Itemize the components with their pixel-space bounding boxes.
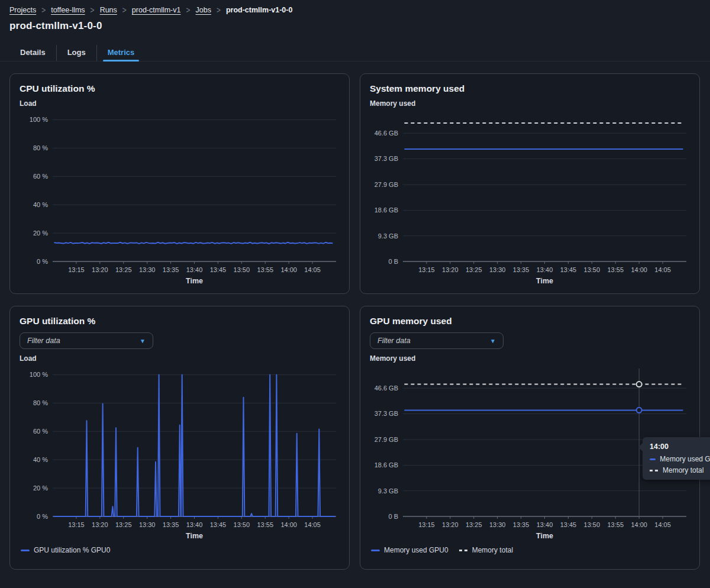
svg-text:0 B: 0 B: [388, 513, 398, 520]
svg-text:13:20: 13:20: [92, 521, 108, 528]
svg-text:13:20: 13:20: [442, 266, 459, 273]
cpu-utilization-card: CPU utilization % Load 100 %80 %60 %40 %…: [9, 73, 350, 294]
breadcrumb-link-project[interactable]: toffee-llms: [51, 6, 85, 14]
svg-text:13:30: 13:30: [489, 521, 506, 528]
svg-text:0 B: 0 B: [388, 258, 398, 265]
chart-legend: GPU utilization % GPU0: [20, 546, 340, 554]
svg-text:60 %: 60 %: [33, 173, 48, 180]
series-dashed-swatch-icon: [459, 550, 468, 551]
svg-text:13:50: 13:50: [234, 521, 250, 528]
svg-text:100 %: 100 %: [30, 116, 48, 123]
svg-text:60 %: 60 %: [33, 428, 48, 435]
breadcrumb-separator-icon: >: [186, 5, 190, 15]
breadcrumb-separator-icon: >: [41, 5, 46, 15]
breadcrumb-link-runs[interactable]: Runs: [100, 6, 117, 14]
svg-text:37.3 GB: 37.3 GB: [375, 155, 398, 162]
legend-item-gpu-utilization[interactable]: GPU utilization % GPU0: [21, 546, 110, 554]
gpu-memory-chart[interactable]: 46.6 GB37.3 GB27.9 GB18.6 GB9.3 GB0 B13:…: [370, 364, 690, 542]
svg-text:13:45: 13:45: [210, 266, 227, 273]
svg-text:20 %: 20 %: [33, 230, 48, 237]
breadcrumb-separator-icon: >: [122, 5, 127, 15]
svg-text:13:30: 13:30: [139, 521, 156, 528]
legend-label: Memory used GPU0: [384, 546, 448, 554]
breadcrumb-link-jobs[interactable]: Jobs: [196, 6, 211, 14]
svg-text:13:15: 13:15: [68, 266, 85, 273]
breadcrumb-link-projects[interactable]: Projects: [9, 6, 36, 14]
svg-text:9.3 GB: 9.3 GB: [378, 232, 398, 240]
svg-text:13:55: 13:55: [257, 521, 273, 528]
y-axis-title: Load: [20, 99, 340, 108]
series-solid-swatch-icon: [21, 550, 30, 551]
svg-text:0 %: 0 %: [37, 258, 48, 265]
breadcrumb-link-run[interactable]: prod-ctmllm-v1: [132, 6, 181, 14]
svg-text:13:30: 13:30: [139, 266, 156, 273]
filter-data-dropdown[interactable]: Filter data ▼: [20, 332, 153, 349]
gpu-utilization-chart[interactable]: 100 %80 %60 %40 %20 %0 %13:1513:2013:251…: [20, 364, 340, 542]
svg-text:13:30: 13:30: [489, 266, 506, 273]
svg-text:Time: Time: [186, 277, 203, 285]
tab-metrics[interactable]: Metrics: [96, 45, 146, 61]
svg-text:14:00: 14:00: [280, 266, 297, 273]
tab-details[interactable]: Details: [9, 45, 56, 61]
svg-text:13:40: 13:40: [186, 521, 203, 528]
chevron-down-icon: ▼: [140, 338, 146, 344]
chevron-down-icon: ▼: [490, 338, 496, 344]
svg-text:13:20: 13:20: [442, 521, 459, 528]
tooltip-time: 14:00: [650, 442, 710, 451]
svg-text:13:50: 13:50: [584, 266, 601, 273]
breadcrumb-separator-icon: >: [217, 5, 221, 15]
breadcrumb-current: prod-ctmllm-v1-0-0: [226, 6, 293, 14]
svg-text:40 %: 40 %: [33, 456, 48, 463]
y-axis-title: Memory used: [370, 354, 690, 363]
chart-tooltip: 14:00 Memory used GPU0 Memory total: [643, 437, 710, 480]
breadcrumb: Projects > toffee-llms > Runs > prod-ctm…: [9, 6, 292, 14]
svg-text:13:55: 13:55: [607, 521, 624, 528]
svg-text:Time: Time: [186, 532, 203, 540]
system-memory-chart[interactable]: 46.6 GB37.3 GB27.9 GB18.6 GB9.3 GB0 B13:…: [370, 109, 690, 287]
legend-item-memory-total[interactable]: Memory total: [459, 546, 513, 554]
page-title: prod-ctmllm-v1-0-0: [9, 20, 102, 32]
svg-text:46.6 GB: 46.6 GB: [375, 130, 398, 137]
svg-text:13:25: 13:25: [466, 521, 482, 528]
series-dashed-swatch-icon: [650, 470, 659, 471]
svg-text:13:55: 13:55: [607, 266, 624, 273]
svg-text:13:40: 13:40: [186, 266, 203, 273]
chart-title: System memory used: [370, 83, 690, 94]
chart-title: CPU utilization %: [20, 83, 340, 94]
svg-text:13:50: 13:50: [584, 521, 601, 528]
svg-text:14:00: 14:00: [631, 521, 647, 528]
svg-text:14:05: 14:05: [304, 266, 321, 273]
svg-text:13:35: 13:35: [513, 266, 530, 273]
svg-text:13:35: 13:35: [163, 521, 179, 528]
svg-text:13:25: 13:25: [115, 266, 132, 273]
gpu-utilization-card: GPU utilization % Filter data ▼ Load 100…: [9, 306, 350, 570]
svg-text:14:05: 14:05: [654, 521, 671, 528]
tooltip-label: Memory total: [663, 466, 703, 474]
svg-text:100 %: 100 %: [30, 371, 48, 378]
svg-text:27.9 GB: 27.9 GB: [375, 181, 398, 188]
svg-text:14:05: 14:05: [304, 521, 321, 528]
svg-text:80 %: 80 %: [33, 144, 48, 151]
cpu-utilization-chart[interactable]: 100 %80 %60 %40 %20 %0 %13:1513:2013:251…: [20, 109, 340, 287]
filter-placeholder: Filter data: [377, 337, 411, 345]
tab-logs[interactable]: Logs: [56, 45, 96, 61]
svg-text:13:40: 13:40: [537, 266, 553, 273]
svg-text:18.6 GB: 18.6 GB: [375, 461, 398, 469]
tooltip-row: Memory total: [650, 466, 710, 474]
filter-placeholder: Filter data: [27, 337, 60, 345]
svg-text:Time: Time: [536, 277, 553, 285]
legend-item-memory-used[interactable]: Memory used GPU0: [371, 546, 448, 554]
legend-label: GPU utilization % GPU0: [34, 546, 110, 554]
svg-text:37.3 GB: 37.3 GB: [375, 410, 398, 417]
svg-text:14:00: 14:00: [280, 521, 297, 528]
tooltip-row: Memory used GPU0: [650, 455, 710, 463]
svg-text:13:55: 13:55: [257, 266, 273, 273]
svg-text:13:15: 13:15: [418, 266, 435, 273]
svg-text:13:45: 13:45: [560, 266, 577, 273]
chart-title: GPU memory used: [370, 316, 690, 327]
svg-text:13:35: 13:35: [513, 521, 530, 528]
svg-text:46.6 GB: 46.6 GB: [375, 385, 398, 392]
chart-legend: Memory used GPU0 Memory total: [370, 546, 690, 554]
filter-data-dropdown[interactable]: Filter data ▼: [370, 332, 504, 349]
svg-text:13:50: 13:50: [234, 266, 250, 273]
